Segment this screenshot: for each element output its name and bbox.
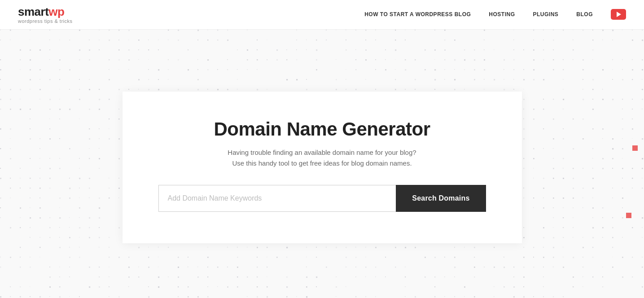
main-nav: HOW TO START A WORDPRESS BLOG HOSTING PL… <box>364 9 626 20</box>
youtube-icon[interactable] <box>611 9 626 20</box>
site-header: smartwp wordpress tips & tricks HOW TO S… <box>0 0 644 30</box>
deco-square-1 <box>632 145 638 151</box>
logo[interactable]: smartwp wordpress tips & tricks <box>18 5 73 24</box>
logo-smart: smart <box>18 5 48 18</box>
logo-tagline: wordpress tips & tricks <box>18 18 73 24</box>
nav-hosting[interactable]: HOSTING <box>489 11 515 18</box>
card-title: Domain Name Generator <box>158 118 486 140</box>
search-domains-button[interactable]: Search Domains <box>396 185 486 212</box>
logo-text: smartwp <box>18 5 73 18</box>
nav-blog[interactable]: BLOG <box>576 11 593 18</box>
domain-keyword-input[interactable] <box>158 185 396 212</box>
nav-how-to[interactable]: HOW TO START A WORDPRESS BLOG <box>364 11 471 18</box>
domain-generator-card: Domain Name Generator Having trouble fin… <box>123 92 522 243</box>
search-row: Search Domains <box>158 185 486 212</box>
nav-plugins[interactable]: PLUGINS <box>533 11 558 18</box>
page-wrapper: Domain Name Generator Having trouble fin… <box>0 30 644 298</box>
logo-wp: wp <box>48 5 64 18</box>
subtitle-line1: Having trouble finding an available doma… <box>228 149 416 156</box>
deco-square-2 <box>626 213 631 218</box>
card-subtitle: Having trouble finding an available doma… <box>158 147 486 169</box>
subtitle-line2: Use this handy tool to get free ideas fo… <box>232 159 412 167</box>
